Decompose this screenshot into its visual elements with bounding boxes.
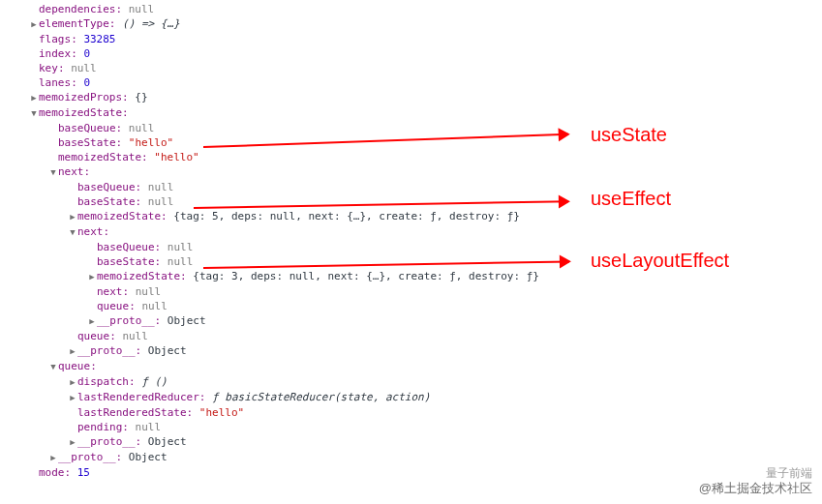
collapse-icon[interactable]: ▼	[48, 165, 58, 180]
annotation-useLayoutEffect: useLayoutEffect	[591, 253, 729, 268]
prop-proto-1[interactable]: ▶__proto__: Object	[0, 450, 822, 465]
prop-key: baseState	[77, 195, 136, 208]
prop-proto-queue[interactable]: ▶__proto__: Object	[0, 434, 822, 450]
prop-key: flags	[39, 33, 71, 45]
prop-elementType[interactable]: ▶elementType: () => {…}	[0, 16, 822, 32]
prop-key: elementType	[39, 17, 109, 30]
prop-value: Object	[148, 435, 187, 448]
prop-value: "hello"	[154, 151, 198, 163]
prop-key: next	[77, 225, 104, 238]
prop-key: queue	[58, 360, 90, 372]
prop-baseQueue-2: baseQueue: null	[0, 180, 822, 194]
prop-key: dispatch	[77, 375, 129, 388]
prop-value: null	[129, 122, 155, 134]
prop-key: __proto__	[77, 435, 136, 448]
prop-value: 15	[77, 466, 90, 479]
watermark-line2: @稀土掘金技术社区	[699, 481, 812, 496]
prop-dependencies: dependencies: null	[0, 2, 822, 16]
prop-value: null	[136, 285, 162, 298]
prop-value: null	[148, 195, 174, 208]
collapse-icon[interactable]: ▼	[29, 106, 39, 121]
prop-key: baseQueue	[97, 241, 155, 253]
prop-key: index	[39, 47, 71, 60]
prop-memoizedState-obj5[interactable]: ▶memoizedState: {tag: 5, deps: null, nex…	[0, 209, 822, 224]
prop-lastRenderedState: lastRenderedState: "hello"	[0, 405, 822, 420]
expand-icon[interactable]: ▶	[68, 344, 77, 359]
collapse-icon[interactable]: ▼	[68, 225, 77, 240]
object-tree: dependencies: null ▶elementType: () => {…	[0, 2, 822, 480]
prop-memoizedState[interactable]: ▼memoizedState:	[0, 105, 822, 121]
prop-key: next	[97, 285, 123, 298]
prop-value: {tag: 3, deps: null, next: {…}, create: …	[193, 270, 539, 282]
prop-key: next	[58, 165, 84, 178]
prop-proto-3[interactable]: ▶__proto__: Object	[0, 313, 822, 329]
prop-flags: flags: 33285	[0, 32, 822, 46]
expand-icon[interactable]: ▶	[29, 91, 39, 105]
prop-key: dependencies	[39, 3, 115, 15]
prop-value: null	[167, 241, 194, 253]
prop-value: null	[129, 3, 155, 15]
expand-icon[interactable]: ▶	[68, 210, 77, 224]
prop-next-3: next: null	[0, 284, 822, 299]
prop-proto-2[interactable]: ▶__proto__: Object	[0, 343, 822, 359]
prop-next-1[interactable]: ▼next:	[0, 164, 822, 180]
prop-value: "hello"	[199, 406, 244, 419]
prop-key: __proto__	[58, 451, 116, 463]
expand-icon[interactable]: ▶	[29, 17, 39, 32]
prop-value: Object	[148, 344, 187, 357]
expand-icon[interactable]: ▶	[87, 270, 97, 284]
prop-baseQueue: baseQueue: null	[0, 121, 822, 135]
prop-key: lastRenderedReducer	[77, 391, 199, 403]
expand-icon[interactable]: ▶	[68, 375, 77, 390]
prop-key: key	[39, 62, 58, 74]
watermark-line1: 量子前端	[699, 465, 812, 481]
prop-value: null	[141, 300, 167, 312]
prop-value: null	[167, 255, 194, 268]
prop-key: lastRenderedState	[77, 406, 187, 419]
collapse-icon[interactable]: ▼	[48, 360, 58, 374]
prop-baseState-2: baseState: null	[0, 194, 822, 209]
prop-dispatch[interactable]: ▶dispatch: ƒ ()	[0, 374, 822, 390]
prop-key: queue	[97, 300, 129, 312]
prop-key: baseQueue	[58, 122, 116, 134]
prop-next-2[interactable]: ▼next:	[0, 224, 822, 240]
prop-value: 0	[83, 76, 90, 89]
prop-value: null	[71, 62, 97, 74]
prop-queue-3: queue: null	[0, 299, 822, 313]
prop-value: 0	[83, 47, 90, 60]
prop-key: memoizedState	[58, 151, 141, 163]
prop-key: memoizedState	[39, 106, 122, 119]
prop-key: queue	[77, 330, 109, 342]
expand-icon[interactable]: ▶	[68, 435, 77, 450]
prop-value: ƒ ()	[141, 375, 167, 388]
prop-memoizedProps[interactable]: ▶memoizedProps: {}	[0, 90, 822, 105]
prop-value: () => {…}	[122, 17, 180, 30]
expand-icon[interactable]: ▶	[48, 451, 58, 465]
prop-key: baseState	[58, 136, 116, 149]
prop-value: Object	[167, 314, 206, 327]
prop-value: null	[122, 330, 148, 342]
watermark: 量子前端 @稀土掘金技术社区	[699, 465, 812, 496]
prop-queue-1[interactable]: ▼queue:	[0, 359, 822, 374]
annotation-useEffect: useEffect	[591, 192, 671, 206]
prop-value: {tag: 5, deps: null, next: {…}, create: …	[173, 210, 520, 222]
prop-key: mode	[39, 466, 65, 479]
prop-value: Object	[129, 451, 167, 463]
prop-value: "hello"	[129, 136, 173, 149]
prop-key: __proto__	[97, 314, 155, 327]
annotation-useState: useState	[591, 128, 667, 142]
prop-memoizedState-inner-1: memoizedState: "hello"	[0, 150, 822, 164]
prop-index: index: 0	[0, 46, 822, 61]
expand-icon[interactable]: ▶	[87, 314, 97, 329]
prop-value: null	[136, 421, 162, 433]
prop-key: key: null	[0, 61, 822, 75]
expand-icon[interactable]: ▶	[68, 391, 77, 405]
prop-key: lanes	[39, 76, 71, 89]
prop-key: baseQueue	[77, 181, 136, 193]
prop-lastRenderedReducer[interactable]: ▶lastRenderedReducer: ƒ basicStateReduce…	[0, 390, 822, 405]
prop-key: pending	[77, 421, 122, 433]
prop-baseState-1: baseState: "hello"	[0, 135, 822, 150]
prop-key: memoizedState	[77, 210, 161, 222]
prop-value: ƒ basicStateReducer(state, action)	[212, 391, 430, 403]
prop-memoizedState-obj3[interactable]: ▶memoizedState: {tag: 3, deps: null, nex…	[0, 269, 822, 284]
